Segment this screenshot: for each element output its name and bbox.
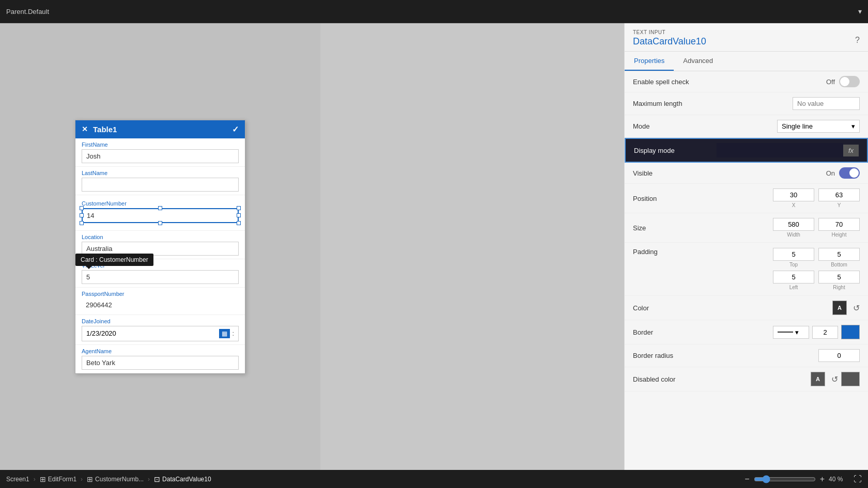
border-color-swatch[interactable]: [841, 325, 860, 339]
fx-button[interactable]: fx: [843, 145, 859, 156]
border-radius-input[interactable]: [818, 349, 860, 362]
agentname-input[interactable]: [82, 356, 239, 370]
border-width-input[interactable]: [812, 326, 838, 339]
disabled-color-label: Disabled color: [633, 375, 716, 383]
chevron-down-icon[interactable]: ▾: [858, 7, 862, 15]
zoom-in-button[interactable]: +: [820, 475, 825, 484]
help-icon[interactable]: ?: [855, 36, 860, 45]
disabled-color-swatch[interactable]: A: [811, 372, 825, 386]
padding-right-group: Right: [818, 271, 860, 290]
editform-icon: ⊞: [40, 475, 46, 483]
breadcrumb-datacardvalue10[interactable]: ⊡ DataCardValue10: [154, 475, 211, 483]
breadcrumb-screen1[interactable]: Screen1: [6, 476, 29, 483]
zoom-slider[interactable]: [754, 475, 816, 483]
padding-bottom-input[interactable]: [818, 248, 860, 261]
max-length-input[interactable]: [793, 97, 860, 110]
editform1-label: EditForm1: [48, 476, 76, 483]
breadcrumb-customernumb[interactable]: ⊞ CustomerNumb...: [87, 475, 144, 483]
mode-value: Single line ▾: [716, 120, 860, 133]
toggle-thumb: [840, 77, 849, 86]
zoom-out-button[interactable]: −: [745, 475, 749, 484]
customernumber-selected-wrapper: [82, 208, 239, 223]
position-x-input[interactable]: [773, 188, 814, 201]
spell-check-label: Enable spell check: [633, 78, 716, 86]
color-label: Color: [633, 304, 716, 312]
size-inputs: Width Height: [716, 218, 860, 238]
row-display-mode: Display mode fx: [625, 138, 868, 163]
check-icon[interactable]: ✓: [232, 124, 239, 134]
height-label: Height: [832, 232, 847, 238]
color-reset-icon[interactable]: ↺: [853, 303, 860, 313]
breadcrumb-editform1[interactable]: ⊞ EditForm1: [40, 475, 76, 483]
tab-advanced[interactable]: Advanced: [674, 52, 722, 71]
panel-content: Enable spell check Off Maximum length Mo…: [625, 71, 868, 391]
position-y-group: Y: [818, 188, 860, 208]
resize-handle-tr[interactable]: [237, 206, 241, 210]
width-label: Width: [787, 232, 800, 238]
border-style-select[interactable]: ▾: [773, 326, 809, 339]
spell-check-toggle[interactable]: [839, 76, 860, 87]
padding-left-input[interactable]: [773, 271, 814, 284]
size-height-input[interactable]: [818, 218, 860, 231]
resize-handle-tm[interactable]: [158, 206, 162, 210]
row-max-length: Maximum length: [625, 92, 868, 115]
form-title: Table1: [93, 125, 117, 134]
firstname-label: FirstName: [82, 141, 239, 148]
row-mode: Mode Single line ▾: [625, 115, 868, 138]
resize-handle-mr[interactable]: [237, 213, 241, 217]
panel-tabs: Properties Advanced: [625, 52, 868, 71]
firstname-input[interactable]: [82, 149, 239, 163]
right-label: Right: [833, 285, 845, 290]
max-length-label: Maximum length: [633, 100, 716, 107]
canvas-area: Card : CustomerNumber ✕ Table1 ✓ FirstNa…: [0, 23, 320, 470]
breadcrumb-sep-1: ›: [34, 476, 36, 483]
size-width-group: Width: [773, 218, 814, 238]
resize-handle-bl[interactable]: [80, 221, 84, 225]
mode-dropdown-text: Single line: [782, 122, 813, 130]
size-width-input[interactable]: [773, 218, 814, 231]
padding-inputs: Top Bottom Left Right: [716, 248, 860, 290]
disabled-color-reset-icon[interactable]: ↺: [831, 374, 838, 384]
border-radius-label: Border radius: [633, 352, 716, 359]
customernumb-label: CustomerNumb...: [95, 476, 144, 483]
display-mode-input[interactable]: [717, 143, 843, 158]
border-label: Border: [633, 328, 716, 336]
position-label: Position: [633, 195, 716, 202]
field-firstname: FirstName: [75, 138, 245, 167]
resize-handle-tl[interactable]: [80, 206, 84, 210]
spell-check-off-label: Off: [826, 78, 835, 86]
disabled-color-swatch2[interactable]: [841, 372, 860, 386]
border-radius-value: [716, 349, 860, 362]
padding-right-input[interactable]: [818, 271, 860, 284]
visible-toggle[interactable]: [839, 167, 860, 179]
padding-top-input[interactable]: [773, 248, 814, 261]
close-icon[interactable]: ✕: [82, 125, 88, 133]
padding-bottom-group: Bottom: [818, 248, 860, 267]
datacardvalue-icon: ⊡: [154, 475, 160, 483]
form-card: Card : CustomerNumber ✕ Table1 ✓ FirstNa…: [75, 120, 245, 374]
color-value: A ↺: [716, 301, 860, 315]
color-swatch[interactable]: A: [832, 301, 847, 315]
breadcrumb-sep-3: ›: [148, 476, 150, 483]
mode-dropdown[interactable]: Single line ▾: [777, 120, 860, 133]
passportnumber-value: 2906442: [82, 298, 239, 311]
resize-handle-br[interactable]: [237, 221, 241, 225]
resize-handle-ml[interactable]: [80, 213, 84, 217]
position-x-group: X: [773, 188, 814, 208]
resize-handle-bm[interactable]: [158, 221, 162, 225]
row-visible: Visible On: [625, 163, 868, 184]
lastname-input[interactable]: [82, 178, 239, 192]
left-label: Left: [789, 285, 798, 290]
position-y-input[interactable]: [818, 188, 860, 201]
fullscreen-icon[interactable]: ⛶: [854, 475, 862, 484]
tab-properties[interactable]: Properties: [625, 52, 674, 71]
passportnumber-label: PassportNumber: [82, 291, 239, 297]
datejoined-label: DateJoined: [82, 318, 239, 324]
calendar-icon[interactable]: ▦: [219, 329, 230, 338]
top-label: Top: [789, 262, 798, 267]
status-bar: Screen1 › ⊞ EditForm1 › ⊞ CustomerNumb..…: [0, 470, 868, 488]
datejoined-input[interactable]: [86, 329, 217, 337]
viplevel-input[interactable]: [82, 270, 239, 284]
border-line-preview: [778, 332, 793, 333]
display-mode-label: Display mode: [634, 147, 717, 154]
